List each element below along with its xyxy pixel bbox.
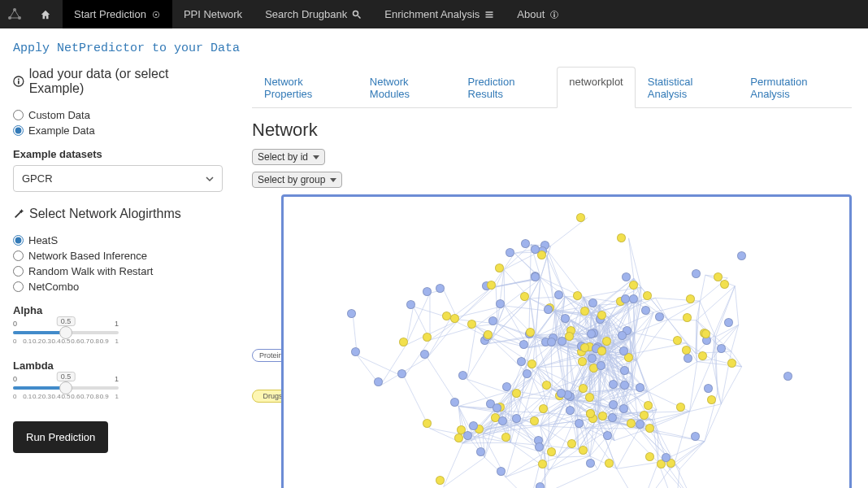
network-node[interactable]: [542, 381, 551, 390]
network-node[interactable]: [450, 398, 459, 407]
tab-prediction-results[interactable]: Prediction Results: [456, 67, 558, 108]
network-node[interactable]: [502, 382, 511, 391]
radio-heats[interactable]: HeatS: [13, 234, 223, 246]
nav-about[interactable]: About: [506, 0, 571, 28]
network-node[interactable]: [704, 384, 713, 393]
slider-thumb[interactable]: [59, 381, 72, 394]
network-node[interactable]: [487, 281, 496, 290]
network-node[interactable]: [597, 346, 606, 355]
network-node[interactable]: [684, 354, 692, 363]
network-node[interactable]: [597, 361, 605, 370]
tab-permutation-analysis[interactable]: Permutation Analysis: [738, 67, 852, 108]
network-node[interactable]: [629, 294, 638, 303]
network-node[interactable]: [423, 419, 432, 428]
network-node[interactable]: [645, 424, 654, 433]
network-node[interactable]: [588, 298, 597, 307]
network-node[interactable]: [636, 420, 644, 429]
network-node[interactable]: [641, 306, 650, 315]
network-node[interactable]: [619, 404, 628, 413]
network-node[interactable]: [463, 431, 472, 440]
network-node[interactable]: [714, 272, 723, 281]
network-node[interactable]: [602, 337, 611, 346]
nav-ppi-network[interactable]: PPI Network: [172, 0, 254, 28]
network-node[interactable]: [467, 320, 476, 329]
network-node[interactable]: [450, 314, 459, 323]
network-node[interactable]: [554, 290, 563, 299]
slider-lambda-track[interactable]: 0.5: [13, 386, 119, 390]
network-node[interactable]: [535, 442, 544, 451]
nav-search-drugbank[interactable]: Search Drugbank: [254, 0, 373, 28]
network-node[interactable]: [476, 447, 485, 456]
nav-start-prediction[interactable]: Start Prediction: [63, 0, 172, 28]
network-node[interactable]: [662, 453, 671, 462]
tab-statistical-analysis[interactable]: Statistical Analysis: [636, 67, 739, 108]
network-node[interactable]: [573, 291, 582, 300]
network-node[interactable]: [603, 431, 612, 440]
network-node[interactable]: [406, 300, 415, 309]
network-node[interactable]: [539, 404, 548, 413]
network-node[interactable]: [575, 419, 584, 428]
radio-custom-data[interactable]: Custom Data: [13, 109, 223, 121]
network-node[interactable]: [586, 409, 595, 418]
network-node[interactable]: [636, 383, 644, 392]
tab-network-modules[interactable]: Network Modules: [358, 67, 456, 108]
network-node[interactable]: [605, 459, 614, 468]
network-node[interactable]: [565, 332, 574, 341]
network-node[interactable]: [496, 299, 505, 308]
nav-home[interactable]: [28, 0, 63, 28]
network-node[interactable]: [531, 272, 540, 281]
network-node[interactable]: [617, 233, 626, 242]
run-prediction-button[interactable]: Run Prediction: [13, 421, 108, 453]
network-node[interactable]: [692, 269, 701, 278]
network-node[interactable]: [724, 318, 733, 327]
network-node[interactable]: [578, 357, 587, 366]
network-node[interactable]: [707, 395, 716, 404]
slider-thumb[interactable]: [59, 326, 72, 339]
network-node[interactable]: [580, 307, 589, 316]
network-node[interactable]: [622, 272, 631, 281]
network-node[interactable]: [676, 403, 685, 412]
example-datasets-select[interactable]: GPCR: [13, 165, 223, 192]
network-node[interactable]: [619, 346, 628, 355]
radio-netcombo[interactable]: NetCombo: [13, 281, 223, 293]
network-node[interactable]: [397, 369, 406, 378]
network-node[interactable]: [536, 482, 545, 488]
network-node[interactable]: [399, 338, 408, 346]
radio-rwr[interactable]: Random Walk with Restart: [13, 265, 223, 277]
slider-alpha-track[interactable]: 0.5: [13, 331, 119, 334]
select-by-group[interactable]: Select by group: [252, 172, 342, 188]
radio-example-data[interactable]: Example Data: [13, 124, 223, 137]
network-node[interactable]: [423, 287, 432, 296]
network-node[interactable]: [547, 338, 556, 346]
network-node[interactable]: [506, 248, 514, 257]
app-logo[interactable]: [0, 0, 28, 28]
network-node[interactable]: [585, 393, 594, 402]
network-node[interactable]: [698, 351, 707, 360]
network-canvas[interactable]: ↑ ← ↓ → ⤢ − +: [281, 194, 852, 488]
network-node[interactable]: [484, 330, 493, 339]
network-node[interactable]: [629, 281, 638, 290]
network-node[interactable]: [673, 336, 682, 345]
network-node[interactable]: [520, 292, 529, 301]
network-node[interactable]: [717, 344, 726, 353]
nav-enrichment-analysis[interactable]: Enrichment Analysis: [373, 0, 506, 28]
network-node[interactable]: [598, 412, 607, 420]
network-node[interactable]: [561, 314, 570, 323]
network-node[interactable]: [727, 359, 736, 368]
network-node[interactable]: [498, 416, 507, 425]
network-node[interactable]: [497, 467, 506, 476]
network-node[interactable]: [374, 377, 383, 386]
network-node[interactable]: [608, 413, 617, 422]
select-by-id[interactable]: Select by id: [252, 149, 325, 165]
network-node[interactable]: [580, 343, 589, 352]
network-node[interactable]: [609, 380, 618, 389]
network-node[interactable]: [436, 284, 445, 293]
network-node[interactable]: [519, 340, 528, 349]
radio-nbi[interactable]: Network Based Inference: [13, 250, 223, 262]
network-node[interactable]: [527, 359, 536, 368]
tab-network-properties[interactable]: Network Properties: [252, 67, 358, 108]
network-node[interactable]: [579, 384, 588, 393]
network-node[interactable]: [454, 434, 463, 442]
network-node[interactable]: [566, 406, 575, 415]
network-node[interactable]: [523, 369, 532, 378]
